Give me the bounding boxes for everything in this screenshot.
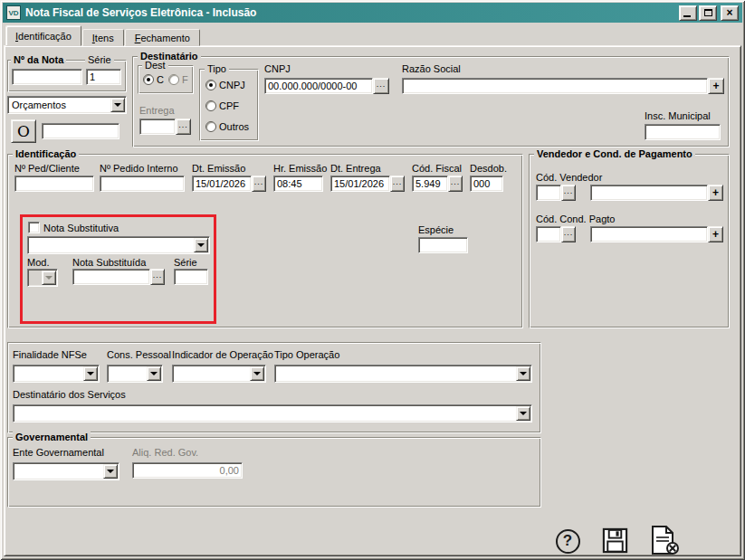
radio-tipo-outros-label: Outros (219, 121, 249, 132)
cons-pessoal-dropdown-button[interactable] (147, 366, 161, 381)
orcamento-o-button[interactable]: O (11, 119, 36, 143)
window-title: Nota Fiscal de Serviços Eletrônica - Inc… (25, 6, 677, 19)
dest-label: Dest (142, 60, 168, 71)
dt-entrega-browse-button[interactable]: ... (390, 176, 405, 192)
vendedor-name-field[interactable] (590, 185, 708, 201)
numero-nota-field[interactable] (12, 69, 82, 85)
chevron-down-icon (107, 470, 114, 473)
radio-dest-f[interactable] (168, 74, 179, 85)
chevron-down-icon (114, 103, 121, 107)
razao-social-field[interactable] (402, 78, 708, 94)
tab-itens[interactable]: Itens (82, 29, 124, 46)
mod-select[interactable] (27, 269, 58, 287)
radio-dest-f-label: F (182, 74, 188, 85)
dt-entrega-field[interactable]: 15/01/2026 (330, 176, 390, 192)
serie-substituida-label: Série (174, 257, 197, 268)
destinatario-servicos-select[interactable] (13, 404, 532, 422)
cod-fiscal-field[interactable]: 5.949 (412, 176, 448, 192)
cnpj-label: CNPJ (264, 63, 291, 74)
dt-emissao-browse-button[interactable]: ... (252, 176, 266, 192)
finalidade-nfse-select[interactable] (13, 365, 100, 383)
cons-pessoal-select[interactable] (107, 365, 163, 383)
hr-emissao-field[interactable]: 08:45 (273, 176, 323, 192)
pedido-interno-field[interactable] (100, 176, 185, 192)
destinatario-servicos-dropdown-button[interactable] (516, 406, 530, 421)
tab-identificacao[interactable]: Identificação (5, 25, 81, 46)
close-icon: × (726, 8, 732, 17)
cod-cond-pagto-field[interactable] (536, 226, 561, 242)
orcamentos-select[interactable]: Orçamentos (7, 96, 127, 114)
finalidade-nfse-dropdown-button[interactable] (83, 366, 98, 381)
window: VD Nota Fiscal de Serviços Eletrônica - … (0, 0, 745, 560)
tipo-operacao-dropdown-button[interactable] (516, 366, 530, 381)
app-icon: VD (6, 5, 21, 20)
cnpj-browse-button[interactable]: ... (373, 78, 389, 94)
radio-tipo-cpf-label: CPF (219, 100, 239, 111)
radio-tipo-cnpj[interactable] (205, 80, 216, 90)
vendedor-group-label: Vendedor e Cond. de Pagamento (534, 148, 695, 159)
ped-cliente-field[interactable] (14, 176, 94, 192)
dt-emissao-field[interactable]: 15/01/2026 (192, 176, 252, 192)
orcamentos-dropdown-button[interactable] (110, 98, 125, 112)
dt-entrega-label: Dt. Entrega (330, 163, 381, 174)
razao-social-add-button[interactable]: + (708, 78, 724, 94)
serie-substituida-field[interactable] (174, 269, 208, 285)
chevron-down-icon (45, 276, 53, 280)
indicador-operacao-dropdown-button[interactable] (250, 366, 264, 381)
chevron-down-icon (197, 243, 205, 247)
dt-emissao-label: Dt. Emissão (192, 163, 245, 174)
razao-social-label: Razão Social (402, 63, 461, 74)
maximize-icon (704, 9, 712, 16)
document-action-icon (646, 525, 681, 555)
chevron-down-icon (520, 412, 527, 415)
radio-dest-c[interactable] (143, 74, 154, 85)
cod-vendedor-field[interactable] (536, 185, 561, 201)
tab-bar: Identificação Itens Fechamento (5, 25, 201, 46)
desdob-field[interactable]: 000 (470, 176, 503, 192)
maximize-button[interactable] (699, 5, 717, 21)
cod-vendedor-browse-button[interactable]: ... (561, 185, 576, 201)
cnpj-field[interactable]: 00.000.000/0000-00 (264, 78, 373, 94)
nota-substituida-field[interactable] (72, 269, 150, 285)
nota-substitutiva-select[interactable] (27, 236, 210, 254)
aliq-red-gov-field[interactable]: 0,00 (132, 462, 243, 479)
tipo-label: Tipo (205, 63, 229, 74)
nota-substituida-label: Nota Substituída (72, 257, 146, 268)
save-button[interactable] (600, 526, 630, 555)
nota-substituida-browse-button[interactable]: ... (150, 269, 165, 285)
numero-nota-group-label: Nº da Nota (11, 54, 66, 65)
tipo-operacao-select[interactable] (274, 365, 532, 383)
titlebar: VD Nota Fiscal de Serviços Eletrônica - … (3, 3, 742, 23)
ped-cliente-label: Nº Ped/Cliente (14, 163, 80, 174)
nota-substitutiva-checkbox[interactable] (28, 222, 40, 233)
identificacao-group-label: Identificação (13, 148, 79, 159)
orcamento-code-field[interactable] (42, 123, 119, 139)
insc-municipal-field[interactable] (645, 124, 721, 140)
entrega-browse-button[interactable]: ... (176, 119, 191, 135)
minimize-button[interactable] (679, 5, 697, 21)
entrega-field[interactable] (139, 119, 176, 135)
close-button[interactable]: × (721, 5, 739, 21)
nota-substitutiva-dropdown-button[interactable] (194, 238, 208, 252)
serie-field[interactable]: 1 (86, 69, 121, 85)
tab-fechamento[interactable]: Fechamento (125, 29, 200, 46)
chevron-down-icon (520, 372, 527, 375)
ente-governamental-dropdown-button[interactable] (103, 464, 118, 479)
entrega-label: Entrega (139, 105, 175, 116)
radio-tipo-outros[interactable] (205, 121, 216, 132)
document-action-button[interactable] (645, 524, 682, 556)
cond-pagto-add-button[interactable]: + (708, 226, 723, 242)
save-floppy-icon (601, 527, 629, 555)
vendedor-add-button[interactable]: + (708, 185, 723, 201)
ente-governamental-select[interactable] (13, 462, 119, 480)
help-button[interactable]: ? (553, 527, 582, 555)
cond-pagto-name-field[interactable] (590, 226, 708, 242)
radio-tipo-cpf[interactable] (205, 100, 216, 111)
indicador-operacao-select[interactable] (172, 365, 266, 383)
cod-fiscal-browse-button[interactable]: ... (448, 176, 463, 192)
especie-label: Espécie (418, 224, 454, 235)
mod-dropdown-button[interactable] (42, 271, 56, 285)
especie-field[interactable] (418, 237, 468, 253)
cond-pagto-browse-button[interactable]: ... (561, 226, 576, 242)
destinatario-servicos-label: Destinatário dos Serviços (13, 389, 126, 400)
